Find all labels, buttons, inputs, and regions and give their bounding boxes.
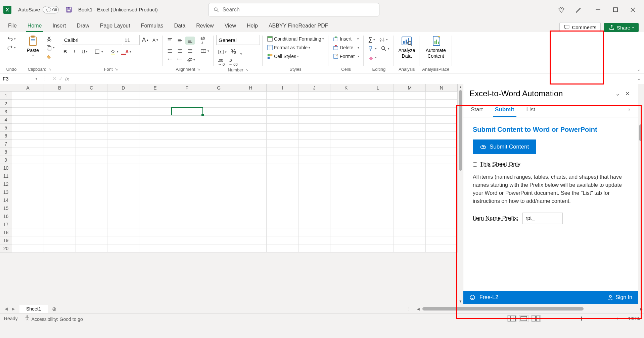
scroll-right-arrow[interactable]: ▶	[639, 307, 644, 311]
cell[interactable]	[203, 220, 235, 228]
taskpane-options-button[interactable]: ⌄	[613, 89, 623, 98]
cell[interactable]	[330, 180, 362, 188]
row-header[interactable]: 10	[0, 164, 12, 172]
cell[interactable]	[203, 196, 235, 204]
cell[interactable]	[426, 228, 458, 236]
cell[interactable]	[298, 140, 330, 148]
cell[interactable]	[76, 188, 108, 196]
cell[interactable]	[362, 188, 394, 196]
cell[interactable]	[203, 244, 235, 252]
cell[interactable]	[139, 140, 171, 148]
cell[interactable]	[107, 244, 139, 252]
cell[interactable]	[203, 92, 235, 100]
cell[interactable]	[394, 164, 426, 172]
taskpane-tab-submit[interactable]: Submit	[494, 103, 515, 117]
menu-tab-insert[interactable]: Insert	[47, 20, 71, 32]
cell[interactable]	[12, 204, 44, 212]
cell[interactable]	[44, 148, 76, 156]
cell[interactable]	[171, 132, 203, 140]
cell[interactable]	[107, 108, 139, 116]
cell[interactable]	[139, 212, 171, 220]
cell[interactable]	[139, 132, 171, 140]
cell[interactable]	[394, 156, 426, 164]
cell[interactable]	[171, 196, 203, 204]
column-header[interactable]: K	[330, 84, 362, 91]
cell[interactable]	[235, 204, 267, 212]
cell[interactable]	[107, 164, 139, 172]
find-button[interactable]: ▾	[379, 45, 391, 53]
cell[interactable]	[362, 164, 394, 172]
cell[interactable]	[330, 244, 362, 252]
menu-tab-data[interactable]: Data	[169, 20, 191, 32]
cell[interactable]	[394, 204, 426, 212]
column-header[interactable]: C	[76, 84, 108, 91]
cell[interactable]	[76, 220, 108, 228]
cell[interactable]	[76, 212, 108, 220]
pen-icon[interactable]	[575, 6, 582, 13]
cell[interactable]	[76, 100, 108, 108]
cell[interactable]	[76, 116, 108, 124]
cell[interactable]	[298, 100, 330, 108]
cell[interactable]	[171, 124, 203, 132]
cell[interactable]	[267, 100, 298, 108]
row-header[interactable]: 16	[0, 212, 12, 220]
cell[interactable]	[203, 108, 235, 116]
sort-filter-button[interactable]: AZ▾	[377, 36, 389, 44]
border-button[interactable]: ▾	[93, 48, 105, 56]
cell[interactable]	[139, 180, 171, 188]
share-button[interactable]: Share ▾	[604, 23, 639, 32]
row-header[interactable]: 4	[0, 116, 12, 124]
cell[interactable]	[362, 196, 394, 204]
cell[interactable]	[12, 124, 44, 132]
expand-formula-button[interactable]: ⌄	[634, 76, 644, 81]
analyze-data-button[interactable]: Analyze Data	[397, 35, 417, 59]
cell[interactable]	[267, 148, 298, 156]
cell[interactable]	[139, 108, 171, 116]
cell[interactable]	[44, 100, 76, 108]
cell[interactable]	[426, 188, 458, 196]
cell[interactable]	[12, 92, 44, 100]
cell[interactable]	[171, 156, 203, 164]
row-header[interactable]: 18	[0, 228, 12, 236]
cell[interactable]	[235, 116, 267, 124]
cell[interactable]	[139, 92, 171, 100]
cell[interactable]	[12, 140, 44, 148]
cell[interactable]	[330, 124, 362, 132]
cell[interactable]	[330, 108, 362, 116]
row-header[interactable]: 7	[0, 140, 12, 148]
cell[interactable]	[298, 132, 330, 140]
cell[interactable]	[44, 164, 76, 172]
close-button[interactable]	[630, 7, 636, 13]
cell[interactable]	[394, 108, 426, 116]
cell[interactable]	[139, 100, 171, 108]
cell[interactable]	[76, 236, 108, 244]
cell[interactable]	[330, 92, 362, 100]
row-header[interactable]: 1	[0, 92, 12, 100]
cell[interactable]	[394, 180, 426, 188]
automate-content-button[interactable]: Automate Content	[422, 35, 449, 59]
decrease-decimal-button[interactable]: .0→.00	[227, 57, 239, 67]
cell[interactable]	[12, 100, 44, 108]
taskpane-tabs-overflow[interactable]: ›	[627, 103, 632, 117]
cell[interactable]	[139, 204, 171, 212]
cell[interactable]	[171, 220, 203, 228]
cell-styles-button[interactable]: Cell Styles ▾	[265, 52, 301, 60]
cell[interactable]	[330, 148, 362, 156]
format-painter-button[interactable]	[44, 52, 56, 60]
cell[interactable]	[203, 148, 235, 156]
cell[interactable]	[139, 196, 171, 204]
toggle-off[interactable]: Off	[43, 6, 59, 13]
cell[interactable]	[76, 164, 108, 172]
accessibility-status[interactable]: Accessibility: Good to go	[24, 315, 83, 322]
cell[interactable]	[139, 116, 171, 124]
cell[interactable]	[267, 124, 298, 132]
menu-tab-abbyy-finereader-pdf[interactable]: ABBYY FineReader PDF	[263, 20, 334, 32]
dialog-launcher-icon[interactable]: ↘	[245, 68, 248, 72]
cell[interactable]	[203, 236, 235, 244]
cell[interactable]	[12, 180, 44, 188]
cell[interactable]	[330, 100, 362, 108]
cell[interactable]	[330, 220, 362, 228]
cell[interactable]	[267, 164, 298, 172]
column-header[interactable]: L	[362, 84, 394, 91]
cell[interactable]	[362, 172, 394, 180]
